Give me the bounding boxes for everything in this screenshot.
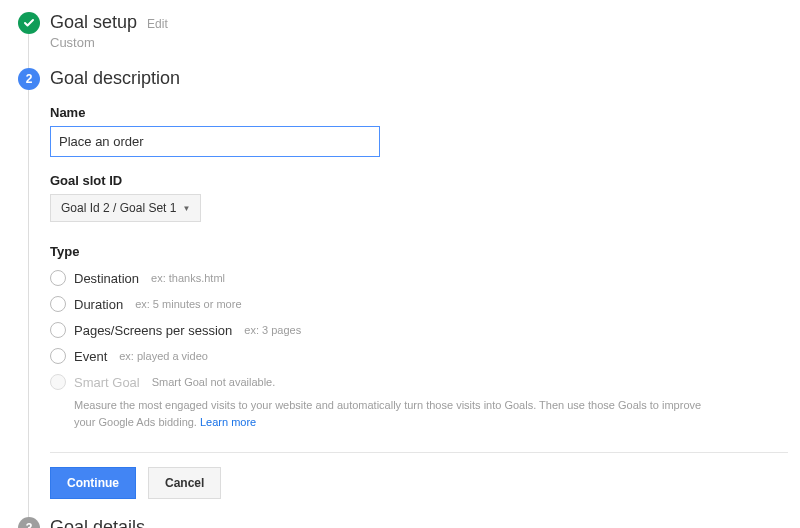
- check-icon: [23, 17, 35, 29]
- step3-indicator-inactive: 3: [18, 517, 40, 528]
- step1-indicator-done: [18, 12, 40, 34]
- smart-goal-label: Smart Goal: [74, 375, 140, 390]
- step-goal-setup: Goal setup Edit Custom: [18, 12, 788, 60]
- type-option-event[interactable]: Event ex: played a video: [50, 343, 788, 369]
- smart-goal-desc-text: Measure the most engaged visits to your …: [74, 399, 701, 428]
- step3-header: Goal details: [50, 517, 788, 528]
- type-example: ex: played a video: [119, 350, 208, 362]
- section-divider: [50, 452, 788, 453]
- radio-icon[interactable]: [50, 296, 66, 312]
- step2-header: Goal description: [50, 68, 788, 89]
- type-example: ex: 3 pages: [244, 324, 301, 336]
- radio-icon[interactable]: [50, 348, 66, 364]
- type-label-text: Duration: [74, 297, 123, 312]
- type-option-smart-goal: Smart Goal Smart Goal not available.: [50, 369, 788, 395]
- learn-more-link[interactable]: Learn more: [200, 416, 256, 428]
- step2-title: Goal description: [50, 68, 180, 89]
- step2-indicator-active: 2: [18, 68, 40, 90]
- step2-body: Goal description Name Goal slot ID Goal …: [50, 68, 788, 509]
- step2-button-row: Continue Cancel: [50, 467, 788, 499]
- step-connector-line: [28, 90, 29, 519]
- step3-title: Goal details: [50, 517, 145, 528]
- step-goal-description: 2 Goal description Name Goal slot ID Goa…: [18, 68, 788, 509]
- name-input[interactable]: [50, 126, 380, 157]
- type-label-text: Destination: [74, 271, 139, 286]
- type-option-pages-per-session[interactable]: Pages/Screens per session ex: 3 pages: [50, 317, 788, 343]
- step1-title: Goal setup: [50, 12, 137, 33]
- step-connector-line: [28, 34, 29, 70]
- type-label-text: Event: [74, 349, 107, 364]
- step1-subtitle: Custom: [50, 35, 788, 50]
- radio-icon[interactable]: [50, 322, 66, 338]
- type-option-destination[interactable]: Destination ex: thanks.html: [50, 265, 788, 291]
- type-example: ex: 5 minutes or more: [135, 298, 241, 310]
- type-label: Type: [50, 244, 788, 259]
- step1-body: Goal setup Edit Custom: [50, 12, 788, 60]
- goal-slot-label: Goal slot ID: [50, 173, 788, 188]
- name-label: Name: [50, 105, 788, 120]
- step3-body: Goal details: [50, 517, 788, 528]
- step1-header: Goal setup Edit: [50, 12, 788, 33]
- continue-button[interactable]: Continue: [50, 467, 136, 499]
- step1-edit-link[interactable]: Edit: [147, 17, 168, 31]
- chevron-down-icon: ▼: [182, 204, 190, 213]
- step-goal-details: 3 Goal details: [18, 517, 788, 528]
- smart-goal-note: Smart Goal not available.: [152, 376, 276, 388]
- type-option-duration[interactable]: Duration ex: 5 minutes or more: [50, 291, 788, 317]
- type-example: ex: thanks.html: [151, 272, 225, 284]
- smart-goal-description: Measure the most engaged visits to your …: [74, 397, 714, 430]
- goal-slot-value: Goal Id 2 / Goal Set 1: [61, 201, 176, 215]
- radio-icon[interactable]: [50, 270, 66, 286]
- goal-slot-dropdown[interactable]: Goal Id 2 / Goal Set 1 ▼: [50, 194, 201, 222]
- cancel-button[interactable]: Cancel: [148, 467, 221, 499]
- type-label-text: Pages/Screens per session: [74, 323, 232, 338]
- radio-icon-disabled: [50, 374, 66, 390]
